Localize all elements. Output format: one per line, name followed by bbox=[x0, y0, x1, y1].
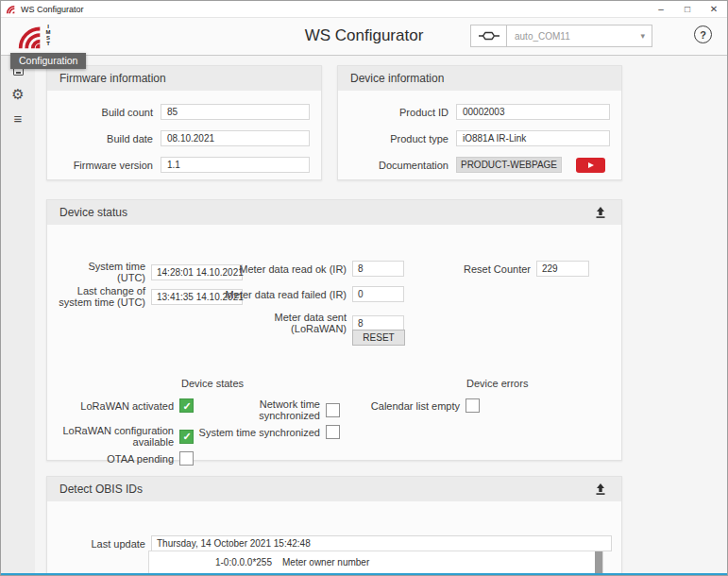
lorawan-config-row: LoRaWAN configuration available bbox=[59, 425, 194, 448]
obis-description: Meter owner number bbox=[282, 557, 369, 568]
system-time-sync-row: System time synchronized bbox=[197, 425, 340, 439]
lorawan-activated-row: LoRaWAN activated bbox=[59, 398, 194, 413]
network-time-row: Network time synchronized bbox=[197, 398, 340, 421]
obis-header: Detect OBIS IDs bbox=[47, 477, 621, 501]
calendar-list-empty-row: Calendar list empty bbox=[342, 398, 480, 413]
sidebar-item-menu[interactable]: ≡ bbox=[1, 112, 35, 125]
window-bottom-edge bbox=[1, 573, 727, 575]
reset-counter-field: 229 bbox=[536, 261, 589, 277]
build-count-label: Build count bbox=[59, 107, 153, 118]
meter-sent-label: Meter data sent (LoRaWAN) bbox=[217, 312, 347, 334]
meter-read-ok-row: Meter data read ok (IR) 8 bbox=[217, 261, 404, 277]
device-status-title: Device status bbox=[59, 206, 127, 219]
meter-sent-field: 8 bbox=[352, 315, 404, 331]
firmware-version-field: 1.1 bbox=[161, 157, 310, 173]
play-icon bbox=[588, 162, 594, 168]
device-states-header: Device states bbox=[181, 378, 244, 389]
maximize-button[interactable]: □ bbox=[674, 1, 701, 17]
build-date-row: Build date 08.10.2021 bbox=[59, 130, 310, 146]
build-count-row: Build count 85 bbox=[59, 104, 310, 120]
obis-list[interactable]: 1-0:0.0.0*255 Meter owner number 1-0:1.8… bbox=[148, 551, 603, 576]
imst-logo: IMST bbox=[16, 22, 51, 50]
page-title: WS Configurator bbox=[305, 26, 424, 45]
com-port-value: auto_COM11 bbox=[507, 25, 640, 46]
product-type-field: iO881A IR-Link bbox=[456, 130, 610, 146]
calendar-list-empty-label: Calendar list empty bbox=[342, 400, 460, 412]
product-type-row: Product type iO881A IR-Link bbox=[349, 130, 610, 146]
build-date-label: Build date bbox=[59, 133, 153, 144]
product-id-field: 00002003 bbox=[456, 104, 610, 120]
build-date-field: 08.10.2021 bbox=[161, 130, 310, 146]
obis-scrollbar-thumb[interactable] bbox=[595, 551, 602, 574]
build-count-field: 85 bbox=[161, 104, 310, 120]
last-change-label: Last change of system time (UTC) bbox=[59, 285, 145, 308]
obis-list-item[interactable]: 1-0:0.0.0*255 Meter owner number bbox=[149, 554, 602, 570]
lorawan-activated-label: LoRaWAN activated bbox=[59, 400, 174, 412]
device-status-card: Device status System time (UTC) 14:28:01… bbox=[46, 199, 622, 461]
chevron-down-icon: ▾ bbox=[640, 25, 652, 46]
lorawan-config-checkbox[interactable] bbox=[179, 430, 194, 444]
upload-icon bbox=[594, 206, 607, 219]
meter-read-failed-label: Meter data read failed (IR) bbox=[217, 289, 347, 300]
reset-button[interactable]: RESET bbox=[352, 330, 405, 346]
meter-read-failed-field: 0 bbox=[352, 286, 404, 302]
minimize-button[interactable]: – bbox=[648, 1, 674, 17]
meter-read-failed-row: Meter data read failed (IR) 0 bbox=[217, 286, 404, 302]
imst-logo-letters: IMST bbox=[45, 24, 51, 46]
firmware-info-title: Firmware information bbox=[59, 72, 166, 85]
reset-counter-row: Reset Counter 229 bbox=[463, 261, 589, 277]
obis-code: 1-0:0.0.0*255 bbox=[149, 557, 272, 568]
documentation-row: Documentation PRODUCT-WEBPAGE bbox=[349, 157, 610, 173]
product-webpage-button[interactable]: PRODUCT-WEBPAGE bbox=[456, 157, 562, 173]
device-errors-header: Device errors bbox=[466, 378, 528, 389]
device-info-title: Device information bbox=[350, 72, 444, 85]
firmware-info-header: Firmware information bbox=[47, 66, 321, 91]
system-time-label: System time (UTC) bbox=[59, 261, 145, 283]
help-button[interactable]: ? bbox=[694, 25, 712, 43]
otaa-pending-label: OTAA pending bbox=[59, 453, 174, 465]
device-info-header: Device information bbox=[338, 66, 621, 91]
calendar-list-empty-checkbox[interactable] bbox=[466, 398, 480, 413]
system-time-sync-checkbox[interactable] bbox=[326, 425, 340, 439]
last-update-row: Last update Thursday, 14 October 2021 15… bbox=[59, 535, 612, 551]
window-title: WS Configurator bbox=[21, 5, 84, 14]
network-time-label: Network time synchronized bbox=[197, 398, 320, 421]
video-button[interactable] bbox=[576, 158, 605, 173]
obis-upload-button[interactable] bbox=[592, 482, 609, 497]
system-time-sync-label: System time synchronized bbox=[197, 427, 320, 438]
otaa-pending-checkbox[interactable] bbox=[179, 451, 194, 466]
configuration-tooltip: Configuration bbox=[10, 53, 86, 69]
header: IMST WS Configurator auto_COM11 ▾ ? bbox=[1, 18, 727, 56]
close-button[interactable]: ✕ bbox=[701, 1, 727, 17]
lorawan-activated-checkbox[interactable] bbox=[179, 398, 194, 413]
otaa-pending-row: OTAA pending bbox=[59, 451, 194, 466]
meter-read-ok-label: Meter data read ok (IR) bbox=[217, 263, 347, 275]
obis-card: Detect OBIS IDs Last update Thursday, 14… bbox=[46, 476, 622, 576]
last-change-row: Last change of system time (UTC) 13:41:3… bbox=[59, 285, 243, 308]
com-port-select[interactable]: auto_COM11 ▾ bbox=[470, 25, 652, 47]
device-status-header: Device status bbox=[47, 200, 621, 225]
product-type-label: Product type bbox=[349, 133, 449, 144]
upload-button[interactable] bbox=[592, 205, 609, 220]
system-time-row: System time (UTC) 14:28:01 14.10.2021 bbox=[59, 261, 243, 283]
firmware-version-row: Firmware version 1.1 bbox=[59, 157, 310, 173]
upload-icon bbox=[594, 483, 607, 496]
imst-logo-arcs-icon bbox=[16, 22, 44, 50]
device-info-card: Device information Product ID 00002003 P… bbox=[337, 65, 622, 180]
firmware-info-card: Firmware information Build count 85 Buil… bbox=[46, 65, 322, 180]
titlebar: WS Configurator – □ ✕ bbox=[1, 1, 727, 18]
app-window: WS Configurator – □ ✕ IMST WS Configurat… bbox=[0, 0, 728, 576]
sidebar-item-settings[interactable]: ⚙ bbox=[1, 87, 35, 101]
gear-icon: ⚙ bbox=[11, 87, 24, 101]
reset-counter-label: Reset Counter bbox=[463, 263, 531, 275]
lorawan-config-label: LoRaWAN configuration available bbox=[59, 425, 174, 448]
meter-read-ok-field: 8 bbox=[352, 261, 404, 277]
firmware-version-label: Firmware version bbox=[59, 160, 153, 171]
hamburger-menu-icon: ≡ bbox=[14, 112, 23, 125]
product-id-label: Product ID bbox=[349, 107, 449, 118]
last-update-label: Last update bbox=[59, 538, 145, 550]
documentation-label: Documentation bbox=[349, 160, 449, 171]
network-time-checkbox[interactable] bbox=[326, 403, 340, 417]
obis-title: Detect OBIS IDs bbox=[59, 483, 143, 496]
product-id-row: Product ID 00002003 bbox=[349, 104, 610, 120]
